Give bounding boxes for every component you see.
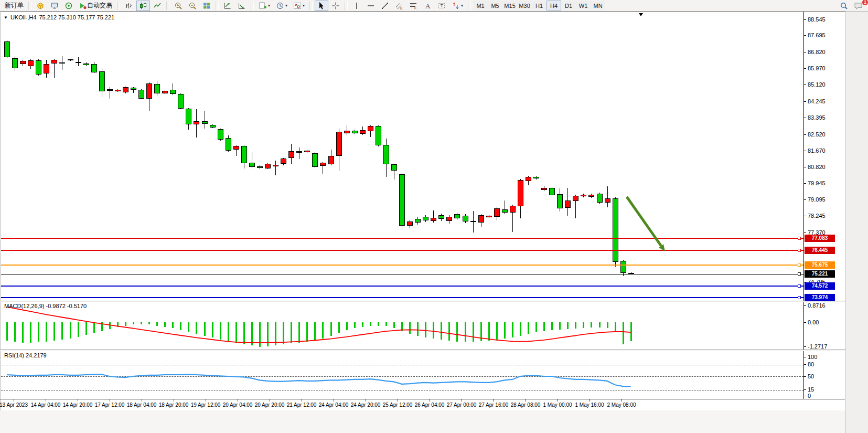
price-badge: 74.572 bbox=[805, 282, 835, 290]
timeframe-mn-button[interactable]: MN bbox=[591, 1, 605, 10]
market-watch-button[interactable] bbox=[34, 1, 47, 11]
period-button[interactable]: ▾ bbox=[273, 1, 290, 11]
line-handle[interactable] bbox=[798, 284, 801, 288]
macd-histogram-bar bbox=[133, 322, 134, 324]
candle-body bbox=[605, 198, 610, 203]
candle-body bbox=[20, 61, 26, 64]
macd-histogram-bar bbox=[567, 322, 569, 329]
timeframe-h4-button[interactable]: H4 bbox=[546, 1, 561, 10]
macd-histogram-bar bbox=[85, 322, 87, 335]
arrows-tool-button[interactable]: ▾ bbox=[449, 1, 466, 11]
time-tick bbox=[46, 399, 46, 402]
profile-chart-button[interactable] bbox=[221, 1, 234, 11]
timeframe-h1-button[interactable]: H1 bbox=[532, 1, 546, 10]
text-tool-button[interactable]: A bbox=[421, 1, 434, 11]
bar-chart-button[interactable] bbox=[122, 1, 136, 11]
rsi-axis-tick bbox=[804, 357, 806, 357]
price-badge: 75.221 bbox=[805, 270, 835, 278]
horizontal-line-75.221[interactable] bbox=[1, 274, 803, 274]
candle-body bbox=[146, 83, 152, 99]
macd-histogram-bar bbox=[204, 322, 206, 336]
candle-body bbox=[210, 125, 216, 128]
macd-pane-splitter[interactable] bbox=[0, 301, 845, 302]
time-axis-label: 27 Apr 16:00 bbox=[479, 402, 509, 408]
horizontal-line-73.974[interactable] bbox=[1, 297, 803, 298]
macd-histogram-bar bbox=[188, 322, 189, 332]
autotrade-button[interactable]: 自动交易 bbox=[76, 1, 115, 11]
svg-text:A: A bbox=[425, 2, 431, 9]
search-button[interactable] bbox=[837, 1, 851, 11]
price-tick bbox=[804, 35, 806, 36]
profile-save-button[interactable] bbox=[235, 1, 249, 11]
macd-axis-tick bbox=[804, 346, 806, 347]
time-tick bbox=[78, 399, 78, 402]
fibonacci-tool-button[interactable]: F bbox=[406, 1, 420, 11]
price-tick bbox=[804, 19, 806, 20]
candle-body bbox=[431, 218, 436, 221]
macd-axis-tick bbox=[804, 322, 806, 323]
time-axis-label: 28 Apr 08:00 bbox=[511, 402, 541, 408]
chat-button[interactable]: 1 bbox=[851, 1, 866, 11]
trend-arrow-annotation[interactable] bbox=[627, 197, 665, 251]
macd-histogram-bar bbox=[362, 322, 363, 327]
new-order-button[interactable]: 新订单 bbox=[2, 1, 26, 11]
cursor-tool-button[interactable] bbox=[315, 1, 328, 11]
right-margin bbox=[845, 12, 868, 433]
macd-histogram-bar bbox=[591, 322, 592, 328]
horizontal-line-tool-button[interactable] bbox=[364, 1, 378, 11]
vertical-line-icon bbox=[352, 2, 361, 10]
time-axis-label: 14 Apr 04:00 bbox=[31, 402, 61, 408]
macd-histogram-bar bbox=[156, 322, 158, 326]
chart-ohlc-quote: 75.212 75.310 75.177 75.221 bbox=[39, 14, 114, 20]
time-tick bbox=[366, 399, 366, 402]
zoom-in-button[interactable] bbox=[172, 1, 185, 11]
bar-chart-icon bbox=[125, 2, 133, 10]
horizontal-line-77.083[interactable] bbox=[1, 238, 803, 239]
rsi-axis-label: 100 bbox=[808, 354, 817, 360]
line-handle[interactable] bbox=[798, 263, 801, 267]
indicators-button[interactable]: ▾ bbox=[291, 1, 307, 11]
macd-histogram-bar bbox=[401, 322, 403, 331]
timeframe-d1-button[interactable]: D1 bbox=[561, 1, 576, 10]
horizontal-line-76.445[interactable] bbox=[1, 250, 803, 251]
rsi-pane-splitter[interactable] bbox=[0, 350, 845, 351]
vertical-line-tool-button[interactable] bbox=[350, 1, 363, 11]
data-window-button[interactable] bbox=[48, 1, 61, 11]
line-handle[interactable] bbox=[798, 272, 801, 276]
tile-windows-button[interactable] bbox=[200, 1, 213, 11]
zoom-out-button[interactable] bbox=[186, 1, 199, 11]
line-chart-button[interactable] bbox=[151, 1, 164, 11]
candle-body bbox=[470, 221, 476, 223]
channel-tool-button[interactable]: E bbox=[392, 1, 406, 11]
macd-histogram-bar bbox=[575, 322, 576, 329]
price-badge: 75.675 bbox=[805, 261, 835, 269]
timeframe-m30-button[interactable]: M30 bbox=[517, 1, 532, 10]
timeframe-m15-button[interactable]: M15 bbox=[502, 1, 517, 10]
macd-histogram-bar bbox=[46, 322, 47, 342]
label-tool-button[interactable]: T bbox=[435, 1, 448, 11]
macd-histogram-bar bbox=[109, 322, 111, 329]
time-axis-line bbox=[0, 399, 845, 399]
timeframe-m5-button[interactable]: M5 bbox=[488, 1, 502, 10]
candle-body bbox=[202, 121, 208, 124]
symbol-dropdown-icon[interactable]: ▼ bbox=[4, 15, 8, 20]
horizontal-line-75.675[interactable] bbox=[1, 265, 803, 266]
horizontal-line-icon bbox=[367, 2, 375, 10]
horizontal-line-74.572[interactable] bbox=[1, 286, 803, 287]
crosshair-tool-button[interactable] bbox=[329, 1, 342, 11]
candle-body bbox=[446, 217, 452, 220]
trendline-tool-button[interactable] bbox=[378, 1, 392, 11]
navigator-button[interactable] bbox=[62, 1, 76, 11]
candlestick-chart-button[interactable] bbox=[136, 1, 150, 11]
candle-body bbox=[170, 90, 176, 94]
timeframe-m1-button[interactable]: M1 bbox=[473, 1, 488, 10]
line-handle[interactable] bbox=[798, 237, 801, 240]
new-chart-button[interactable]: ▾ bbox=[256, 1, 273, 11]
line-handle[interactable] bbox=[798, 249, 801, 252]
timeframe-w1-button[interactable]: W1 bbox=[576, 1, 591, 10]
candle-body bbox=[415, 219, 421, 223]
tile-windows-icon bbox=[202, 2, 211, 10]
candle-body bbox=[44, 64, 49, 74]
line-handle[interactable] bbox=[798, 296, 801, 299]
macd-histogram-bar bbox=[164, 322, 166, 327]
